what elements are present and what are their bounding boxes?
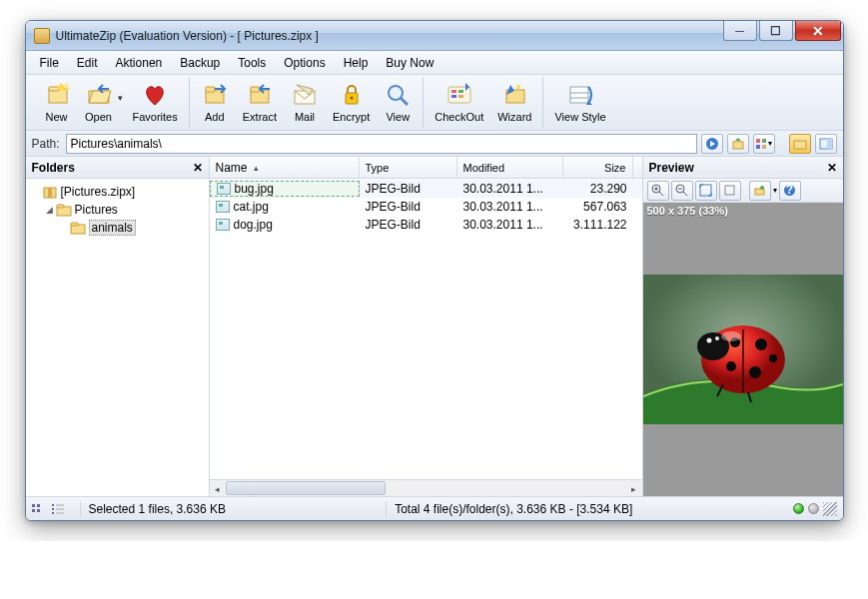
tree-pictures[interactable]: ◢ Pictures xyxy=(30,201,205,219)
mail-button[interactable]: Mail xyxy=(285,77,325,125)
tree-animals[interactable]: animals xyxy=(30,219,205,237)
scroll-thumb[interactable] xyxy=(226,481,386,495)
file-name-cell: bug.jpg xyxy=(210,181,360,197)
svg-rect-9 xyxy=(251,87,260,92)
tree-root[interactable]: [Pictures.zipx] xyxy=(30,183,205,201)
expander-icon[interactable]: ◢ xyxy=(44,205,56,215)
preview-help-button[interactable]: ? xyxy=(779,181,801,201)
svg-rect-22 xyxy=(570,87,588,103)
svg-rect-7 xyxy=(206,87,215,92)
file-name-cell: dog.jpg xyxy=(210,218,360,232)
preview-header-label: Preview xyxy=(649,161,694,175)
svg-point-64 xyxy=(726,361,736,371)
zoom-in-button[interactable] xyxy=(647,181,669,201)
svg-point-66 xyxy=(769,354,777,362)
svg-line-14 xyxy=(401,98,408,105)
new-icon xyxy=(43,81,71,109)
svg-rect-74 xyxy=(52,504,54,506)
new-button[interactable]: New xyxy=(37,77,77,125)
file-row[interactable]: cat.jpgJPEG-Bild30.03.2011 1...567.063 xyxy=(210,198,642,216)
menu-tools[interactable]: Tools xyxy=(230,53,274,73)
svg-point-12 xyxy=(350,97,353,100)
menu-backup[interactable]: Backup xyxy=(172,53,228,73)
actual-size-button[interactable] xyxy=(719,181,741,201)
mail-label: Mail xyxy=(295,111,315,123)
folder-tree: [Pictures.zipx] ◢ Pictures animals xyxy=(26,179,209,496)
svg-rect-38 xyxy=(48,188,52,198)
add-button[interactable]: Add xyxy=(195,77,235,125)
open-button[interactable]: ▾ Open xyxy=(79,77,125,125)
menu-file[interactable]: File xyxy=(32,53,67,73)
menu-aktionen[interactable]: Aktionen xyxy=(108,53,171,73)
view-style-button[interactable]: View Style xyxy=(548,77,611,125)
svg-point-13 xyxy=(389,86,403,100)
up-folder-button[interactable] xyxy=(727,134,749,154)
close-button[interactable]: ✕ xyxy=(795,21,841,41)
folders-header-label: Folders xyxy=(32,161,75,175)
menu-edit[interactable]: Edit xyxy=(69,53,106,73)
title-bar[interactable]: UltimateZip (Evaluation Version) - [ Pic… xyxy=(26,21,843,51)
view-mode-button[interactable]: ▾ xyxy=(753,134,775,154)
window-controls: ─ ☐ ✕ xyxy=(721,21,841,50)
column-modified[interactable]: Modified xyxy=(457,157,563,178)
svg-marker-29 xyxy=(735,138,741,141)
svg-rect-18 xyxy=(451,95,456,98)
file-name-cell: cat.jpg xyxy=(210,200,360,214)
column-type[interactable]: Type xyxy=(360,157,457,178)
maximize-button[interactable]: ☐ xyxy=(759,21,793,41)
view-button[interactable]: View xyxy=(378,77,418,125)
svg-rect-17 xyxy=(458,90,463,93)
wizard-icon xyxy=(500,81,528,109)
window-title: UltimateZip (Evaluation Version) - [ Pic… xyxy=(56,29,721,43)
preview-viewport[interactable]: 500 x 375 (33%) xyxy=(643,203,843,496)
extract-button[interactable]: Extract xyxy=(237,77,283,125)
go-button[interactable] xyxy=(701,134,723,154)
status-bar: Selected 1 files, 3.636 KB Total 4 file(… xyxy=(26,496,843,520)
preview-panel-button[interactable] xyxy=(815,134,837,154)
status-detail-icon[interactable] xyxy=(52,503,66,515)
checkout-button[interactable]: CheckOut xyxy=(429,77,489,125)
menu-options[interactable]: Options xyxy=(276,53,333,73)
preview-close-button[interactable]: ✕ xyxy=(827,161,837,175)
horizontal-scrollbar[interactable]: ◂ ▸ xyxy=(210,479,642,496)
svg-point-21 xyxy=(516,85,520,89)
open-icon xyxy=(85,81,113,109)
lock-icon xyxy=(338,81,366,109)
file-list[interactable]: bug.jpgJPEG-Bild30.03.2011 1...23.290cat… xyxy=(210,179,642,479)
scroll-right-arrow[interactable]: ▸ xyxy=(626,480,642,497)
path-bar: Path: ▾ xyxy=(26,131,843,157)
folders-close-button[interactable]: ✕ xyxy=(193,161,203,175)
view-style-icon xyxy=(566,81,594,109)
column-name[interactable]: Name ▴ xyxy=(210,157,360,178)
encrypt-button[interactable]: Encrypt xyxy=(327,77,376,125)
preview-settings-button[interactable] xyxy=(749,181,771,201)
svg-rect-77 xyxy=(56,508,64,510)
status-leds xyxy=(793,503,819,514)
file-row[interactable]: bug.jpgJPEG-Bild30.03.2011 1...23.290 xyxy=(210,180,642,198)
status-list-icon[interactable] xyxy=(32,503,46,515)
favorites-button[interactable]: Favorites xyxy=(127,77,184,125)
wizard-label: Wizard xyxy=(497,111,531,123)
app-icon xyxy=(34,28,50,44)
tree-pictures-label: Pictures xyxy=(75,203,118,217)
path-label: Path: xyxy=(32,137,60,151)
open-dropdown-arrow[interactable]: ▾ xyxy=(118,93,123,103)
resize-grip[interactable] xyxy=(823,502,837,516)
svg-rect-32 xyxy=(756,145,760,149)
file-row[interactable]: dog.jpgJPEG-Bild30.03.2011 1...3.111.122 xyxy=(210,216,642,234)
wizard-button[interactable]: Wizard xyxy=(491,77,537,125)
folders-pane: Folders ✕ [Pictures.zipx] ◢ Pictures xyxy=(26,157,210,496)
svg-rect-42 xyxy=(71,223,78,226)
path-input[interactable] xyxy=(66,134,697,154)
fit-button[interactable] xyxy=(695,181,717,201)
menu-help[interactable]: Help xyxy=(336,53,377,73)
column-size[interactable]: Size xyxy=(563,157,633,178)
zoom-out-button[interactable] xyxy=(671,181,693,201)
archive-icon xyxy=(42,184,58,200)
svg-rect-34 xyxy=(794,141,806,149)
menu-buy-now[interactable]: Buy Now xyxy=(378,53,441,73)
minimize-button[interactable]: ─ xyxy=(723,21,757,41)
scroll-left-arrow[interactable]: ◂ xyxy=(210,480,226,497)
preview-image xyxy=(643,275,843,424)
folder-tree-button[interactable] xyxy=(789,134,811,154)
